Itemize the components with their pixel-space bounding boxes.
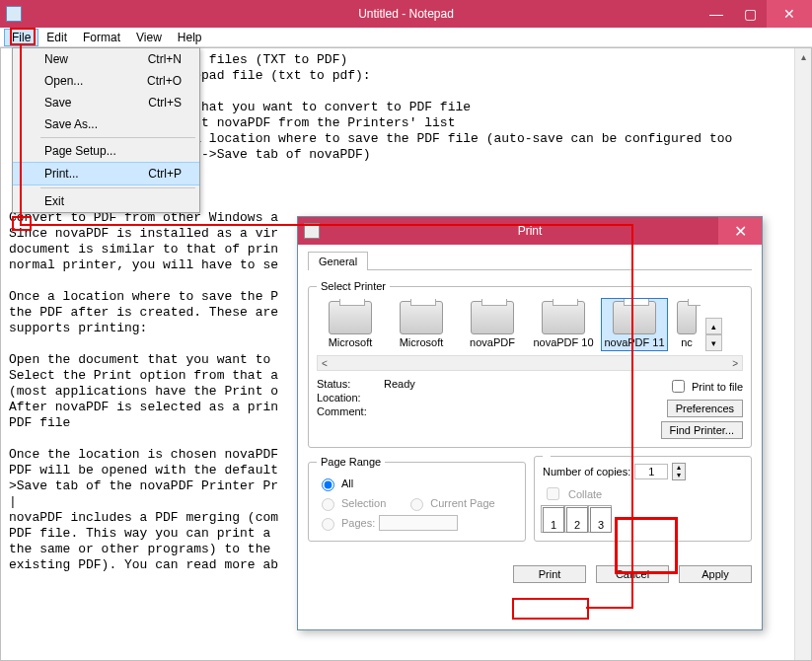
scroll-left-icon[interactable]: < (318, 358, 332, 369)
menu-label: Open... (44, 74, 83, 88)
copies-label: Number of copies: (543, 466, 630, 477)
copies-spinner[interactable]: ▴ ▾ (672, 463, 686, 480)
menu-label: Save As... (44, 117, 98, 131)
status-label: Status: (317, 378, 376, 390)
page-range-pages: Pages: (317, 513, 517, 533)
printer-glyph-icon (613, 301, 656, 334)
window-controls: — ▢ ✕ (700, 0, 812, 28)
menu-label: New (44, 52, 68, 66)
print-to-file-checkbox[interactable]: Print to file (668, 377, 743, 396)
printer-glyph-icon (400, 301, 443, 334)
scroll-right-icon[interactable]: > (728, 358, 742, 369)
copies-input[interactable] (634, 464, 668, 479)
radio-pages (322, 518, 334, 531)
printer-name: Microsoft (400, 336, 444, 348)
dialog-buttons: Print Cancel Apply (298, 559, 762, 589)
print-dialog: Print ✕ General Select Printer Microsoft… (297, 216, 763, 630)
menu-help[interactable]: Help (170, 29, 210, 46)
comment-label: Comment: (317, 405, 376, 417)
apply-button[interactable]: Apply (679, 565, 752, 583)
printer-item-selected[interactable]: novaPDF 11 (601, 298, 668, 351)
radio-pages-label: Pages: (341, 517, 375, 529)
spin-down-icon[interactable]: ▾ (673, 472, 685, 479)
radio-all-label: All (341, 477, 353, 489)
menu-item-save-as[interactable]: Save As... (13, 113, 199, 135)
scroll-down-icon[interactable]: ▾ (705, 334, 722, 351)
dialog-titlebar: Print ✕ (298, 217, 762, 245)
menu-file[interactable]: File (4, 29, 38, 46)
select-printer-group: Select Printer Microsoft Microsoft novaP… (308, 280, 752, 448)
menu-shortcut: Ctrl+N (148, 52, 182, 66)
vertical-scrollbar[interactable]: ▴ (794, 48, 811, 660)
collate-checkbox (547, 487, 559, 500)
radio-selection (322, 498, 334, 511)
dialog-close-button[interactable]: ✕ (718, 217, 762, 245)
close-button[interactable]: ✕ (767, 0, 812, 28)
page-range-current: Current Page (406, 493, 494, 513)
print-button[interactable]: Print (513, 565, 586, 583)
minimize-button[interactable]: — (700, 0, 733, 28)
printer-item[interactable]: Microsoft (317, 298, 384, 351)
menu-view[interactable]: View (128, 29, 170, 46)
printer-item[interactable]: Microsoft (388, 298, 455, 351)
page-range-group: Page Range All Selection Current Page (308, 456, 526, 542)
print-to-file-label: Print to file (692, 381, 743, 393)
menubar: File Edit Format View Help (0, 28, 812, 47)
preferences-button[interactable]: Preferences (667, 400, 743, 417)
page-range-legend: Page Range (317, 456, 385, 468)
collate-row: Collate (543, 484, 743, 503)
printer-item[interactable]: novaPDF (459, 298, 526, 351)
menu-separator (40, 137, 195, 138)
printer-glyph-icon (329, 301, 372, 334)
page-range-selection: Selection (317, 493, 386, 513)
menu-label: Save (44, 96, 71, 110)
menu-shortcut: Ctrl+S (148, 96, 182, 110)
cancel-button[interactable]: Cancel (596, 565, 669, 583)
printer-name: novaPDF (470, 336, 515, 348)
print-to-file-input[interactable] (672, 380, 685, 393)
radio-selection-label: Selection (341, 497, 386, 509)
menu-separator (40, 187, 195, 188)
page-icon: 2 (566, 507, 588, 533)
page-range-all[interactable]: All (317, 474, 517, 493)
collate-label: Collate (568, 488, 602, 500)
printer-list-vscroll[interactable]: ▴ ▾ (705, 318, 722, 351)
printer-name: nc (681, 336, 693, 348)
menu-item-save[interactable]: Save Ctrl+S (13, 92, 199, 113)
printer-name: Microsoft (329, 336, 373, 348)
location-label: Location: (317, 392, 376, 404)
menu-item-new[interactable]: New Ctrl+N (13, 48, 199, 70)
menu-item-exit[interactable]: Exit (13, 190, 199, 212)
tab-strip: General (308, 251, 752, 270)
menu-item-open[interactable]: Open... Ctrl+O (13, 70, 199, 92)
printer-name: novaPDF 11 (604, 336, 664, 348)
printer-list-hscroll[interactable]: < > (317, 355, 743, 371)
menu-label: Page Setup... (44, 144, 116, 158)
menu-edit[interactable]: Edit (38, 29, 75, 46)
printer-item[interactable]: novaPDF 10 (530, 298, 597, 351)
scroll-up-icon[interactable]: ▴ (705, 318, 722, 334)
menu-item-print[interactable]: Print... Ctrl+P (13, 162, 199, 185)
scroll-up-icon[interactable]: ▴ (795, 48, 811, 65)
select-printer-legend: Select Printer (317, 280, 390, 292)
radio-current (410, 498, 423, 511)
tab-general[interactable]: General (308, 252, 368, 270)
printer-list: Microsoft Microsoft novaPDF novaPDF 10 n… (317, 298, 743, 351)
menu-item-page-setup[interactable]: Page Setup... (13, 140, 199, 162)
menu-label: Exit (44, 194, 64, 208)
pages-input (379, 515, 458, 531)
window-title: Untitled - Notepad (0, 7, 812, 21)
printer-glyph-icon (542, 301, 585, 334)
printer-glyph-icon (471, 301, 514, 334)
menu-shortcut: Ctrl+P (148, 167, 182, 181)
menu-format[interactable]: Format (75, 29, 128, 46)
radio-current-label: Current Page (430, 497, 494, 509)
maximize-button[interactable]: ▢ (733, 0, 767, 28)
radio-all[interactable] (322, 478, 334, 491)
titlebar: Untitled - Notepad — ▢ ✕ (0, 0, 812, 28)
file-menu-dropdown: New Ctrl+N Open... Ctrl+O Save Ctrl+S Sa… (12, 47, 200, 213)
find-printer-button[interactable]: Find Printer... (661, 421, 743, 439)
page-icon: 3 (590, 507, 612, 533)
copies-group: Number of copies: ▴ ▾ Collate 1 2 3 (534, 456, 752, 542)
printer-item[interactable]: nc (672, 298, 701, 351)
